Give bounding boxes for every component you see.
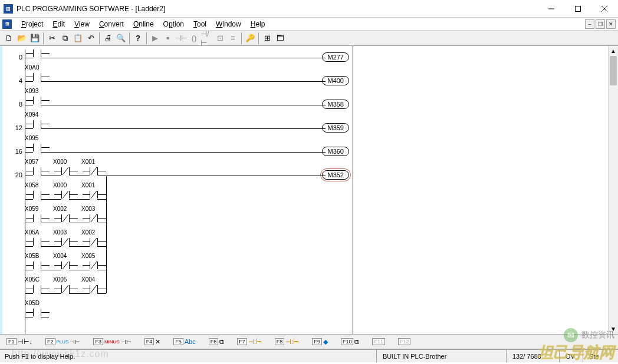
ladder-wire — [41, 128, 326, 129]
f2-button[interactable]: F2PLUS⊣⊢ — [42, 336, 83, 347]
copy-icon[interactable]: ⧉ — [58, 32, 71, 45]
minimize-button[interactable] — [538, 0, 564, 17]
menu-help[interactable]: Help — [246, 19, 270, 29]
contact-icon[interactable]: ⊣⊢ — [175, 32, 188, 45]
f9-button[interactable]: F9◆ — [309, 336, 331, 348]
print-icon[interactable]: 🖨 — [101, 32, 114, 45]
ladder-editor[interactable]: 0X096M2774X0A0M4008X093M35812X094M35916X… — [2, 46, 353, 334]
svg-line-8 — [63, 214, 68, 222]
contact-label: X05C — [25, 276, 40, 283]
close-button[interactable] — [591, 0, 618, 17]
menu-online[interactable]: Online — [129, 19, 159, 29]
nc-contact-icon[interactable]: ⊣/⊢ — [200, 32, 213, 45]
right-pane — [353, 46, 608, 334]
ladder-coil[interactable]: M360 — [322, 147, 349, 156]
svg-line-12 — [63, 262, 68, 269]
ladder-coil[interactable]: M358 — [322, 100, 349, 109]
svg-line-11 — [91, 238, 97, 246]
ladder-wire — [97, 270, 106, 270]
maximize-button[interactable] — [564, 0, 591, 17]
contact-label: X094 — [25, 111, 38, 118]
f5-button[interactable]: F5Abc — [170, 336, 198, 347]
svg-line-4 — [63, 167, 68, 175]
print-preview-icon[interactable]: 🔍 — [114, 32, 127, 45]
ladder-coil[interactable]: M359 — [322, 123, 349, 133]
contact-label: X058 — [25, 182, 38, 188]
menu-tool[interactable]: Tool — [189, 19, 211, 29]
mdi-restore-button[interactable]: ❐ — [596, 19, 605, 29]
undo-icon[interactable]: ↶ — [84, 32, 97, 45]
function-key-bar: F1⊣⊢↓ F2PLUS⊣⊢ F3MINUS⊣⊢ F4✕ F5Abc F6⧉ F… — [0, 334, 618, 349]
f4-button[interactable]: F4✕ — [142, 336, 164, 348]
ladder-wire — [97, 293, 106, 294]
scroll-up-icon[interactable]: ▲ — [609, 46, 618, 56]
f10-button[interactable]: F10⧉ — [338, 336, 363, 348]
contact-label: X000 — [53, 182, 67, 188]
f7-button[interactable]: F7⊣:⊢ — [234, 336, 265, 348]
f6-button[interactable]: F6⧉ — [206, 336, 228, 348]
contact-label: X002 — [81, 229, 95, 236]
status-help-text: Push F1 to display Help. — [0, 353, 376, 360]
ladder-wire — [41, 105, 326, 105]
status-bar: Push F1 to display Help. BUILT IN PLC-Br… — [0, 349, 618, 362]
cut-icon[interactable]: ✂ — [45, 32, 58, 45]
stop-icon[interactable]: ■ — [162, 32, 175, 45]
device-icon[interactable]: 🗔 — [274, 32, 287, 45]
status-position: 132/ 7680 — [506, 350, 559, 362]
contact-label: X000 — [53, 158, 67, 165]
step-number: 16 — [2, 148, 22, 155]
f1-button[interactable]: F1⊣⊢↓ — [4, 336, 35, 348]
menu-project[interactable]: Project — [17, 19, 48, 29]
vertical-scrollbar[interactable]: ▲ ▼ — [608, 46, 618, 334]
status-device: BUILT IN PLC-Brother — [376, 350, 506, 362]
app-menu-icon[interactable]: ⊞ — [2, 19, 12, 29]
f8-button[interactable]: F8⊣:⊢ — [272, 336, 303, 348]
f12-button[interactable]: F12 — [395, 336, 414, 347]
svg-line-13 — [91, 262, 97, 269]
output-icon[interactable]: ⊡ — [213, 32, 226, 45]
ladder-coil[interactable]: M277 — [322, 52, 349, 62]
main-toolbar: 🗋 📂 💾 ✂ ⧉ 📋 ↶ 🖨 🔍 ? ▶ ■ ⊣⊢ () ⊣/⊢ ⊡ ≡ 🔑 … — [0, 31, 618, 46]
scroll-track[interactable] — [609, 56, 618, 324]
menu-window[interactable]: Window — [211, 19, 246, 29]
new-icon[interactable]: 🗋 — [2, 32, 15, 45]
status-ovr: OV — [559, 350, 583, 362]
step-number: 20 — [2, 171, 22, 178]
ladder-wire — [41, 58, 326, 58]
contact-label: X096 — [25, 46, 38, 47]
status-mode: Ste — [583, 350, 618, 362]
save-icon[interactable]: 💾 — [28, 32, 41, 45]
ladder-wire — [41, 152, 326, 153]
menu-option[interactable]: Option — [159, 19, 189, 29]
svg-line-9 — [91, 214, 97, 222]
contact-label: X001 — [81, 158, 95, 165]
mdi-close-button[interactable]: ✕ — [606, 19, 616, 29]
step-number: 4 — [2, 77, 22, 84]
workspace: 0X096M2774X0A0M4008X093M35812X094M35916X… — [0, 46, 618, 334]
contact-label: X05A — [25, 229, 39, 236]
svg-line-15 — [91, 285, 97, 293]
f3-button[interactable]: F3MINUS⊣⊢ — [90, 336, 134, 347]
monitor-icon[interactable]: ⊞ — [261, 32, 274, 45]
svg-rect-1 — [575, 6, 580, 11]
scroll-down-icon[interactable]: ▼ — [609, 324, 618, 334]
menu-view[interactable]: View — [70, 19, 94, 29]
key-icon[interactable]: 🔑 — [244, 32, 257, 45]
list-icon[interactable]: ≡ — [226, 32, 239, 45]
contact-label: X004 — [53, 253, 67, 259]
contact-label: X002 — [53, 206, 67, 212]
f11-button[interactable]: F11 — [369, 336, 388, 347]
menu-edit[interactable]: Edit — [48, 19, 70, 29]
mdi-minimize-button[interactable]: – — [585, 19, 594, 29]
menu-convert[interactable]: Convert — [94, 19, 129, 29]
help-icon[interactable]: ? — [132, 32, 144, 45]
step-number: 12 — [2, 124, 22, 131]
ladder-coil[interactable]: M352 — [322, 170, 349, 180]
run-icon[interactable]: ▶ — [149, 32, 162, 45]
open-icon[interactable]: 📂 — [15, 32, 28, 45]
paste-icon[interactable]: 📋 — [71, 32, 84, 45]
coil-icon[interactable]: () — [188, 32, 200, 45]
ladder-coil[interactable]: M400 — [322, 76, 349, 85]
scroll-thumb[interactable] — [610, 56, 617, 85]
step-number: 8 — [2, 101, 22, 108]
